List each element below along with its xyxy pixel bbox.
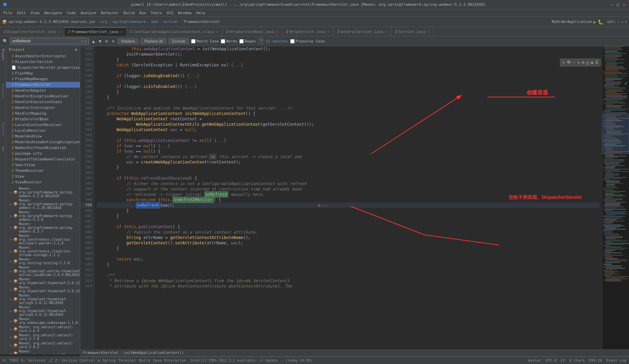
git-check[interactable]: ✓ bbox=[618, 20, 620, 24]
regex-checkbox[interactable] bbox=[239, 39, 244, 43]
menu-help[interactable]: Help bbox=[194, 10, 207, 16]
status-idea-update[interactable]: IntelliJ IDEA 2022.3.2 available: // Upd… bbox=[190, 359, 312, 362]
words-checkbox[interactable] bbox=[221, 39, 225, 43]
sidebar-item-handlerexecutionchain[interactable]: J HandlerExecutionChain bbox=[6, 99, 80, 105]
path-springframework[interactable]: springframework bbox=[113, 20, 146, 24]
maven-spring-webmvc-5220[interactable]: ▶ 📦 Maven: org.springframework:spring-we… bbox=[6, 198, 80, 210]
breadcrumb-method[interactable]: initWebApplicationContext() bbox=[124, 351, 184, 355]
ime-up-icon[interactable]: ↑ bbox=[577, 60, 580, 65]
search-close-button[interactable]: × bbox=[111, 38, 116, 44]
menu-run[interactable]: Run bbox=[137, 10, 148, 16]
maximize-button[interactable]: □ bbox=[616, 2, 620, 7]
sidebar-item-httpservletbean[interactable]: J HttpServletBean bbox=[6, 116, 80, 122]
menu-edit[interactable]: Edit bbox=[15, 10, 28, 16]
maven-thymeleaf-extras[interactable]: ▶ 📦 Maven: org.thymeleaf.extras:thymelea… bbox=[6, 265, 80, 277]
sidebar-item-handleradapter[interactable]: J HandlerAdapter bbox=[6, 88, 80, 93]
maven-unbescape[interactable]: ▶ 📦 Maven: org.unbescape:unbescape:1.1.6… bbox=[6, 317, 80, 325]
menu-file[interactable]: File bbox=[1, 10, 14, 16]
status-line[interactable]: 599:26 bbox=[589, 358, 602, 363]
maven-synchronoss-nio-stream[interactable]: ▶ 📦 Maven: org.synchronoss.cloud:nio-str… bbox=[6, 245, 80, 257]
maven-spring-webmvc-537[interactable]: ▶ 📦 Maven: org.springframework:spring-we… bbox=[6, 222, 80, 234]
menu-code[interactable]: Code bbox=[65, 10, 78, 16]
sidebar-item-themeresolver[interactable]: J ThemeResolver bbox=[6, 168, 80, 174]
menu-window[interactable]: Window bbox=[176, 10, 193, 16]
search-filter-button[interactable]: ⊞ bbox=[104, 39, 109, 43]
search-clear-button[interactable]: × bbox=[81, 39, 83, 43]
path-servlet[interactable]: servlet bbox=[163, 20, 178, 24]
sidebar-item-localeresolver[interactable]: J LocaleResolver bbox=[6, 128, 80, 133]
menu-tools[interactable]: Tools bbox=[149, 10, 164, 16]
sidebar-item-frameworkservlet[interactable]: J FrameworkServlet bbox=[6, 82, 80, 88]
maven-xmlunit-264[interactable]: ▶ 📦 Maven: org.xmlunit:xmlunit-core:2.6.… bbox=[6, 325, 80, 333]
maven-thymeleaf-spring5-3011[interactable]: ▶ 📦 Maven: org.thymeleaf:thymeleaf-sprin… bbox=[6, 293, 80, 305]
maven-testing[interactable]: ▶ 📦 Maven: org.testing:testing:7.3.0 bbox=[6, 257, 80, 265]
ime-keyboard-icon[interactable]: ⌨ bbox=[582, 60, 584, 65]
menu-navigate[interactable]: Navigate bbox=[42, 10, 64, 16]
breadcrumb-file[interactable]: FrameworkServlet bbox=[83, 351, 119, 355]
status-encoding[interactable]: UTF-8 bbox=[545, 358, 557, 363]
status-build[interactable]: Build bbox=[139, 358, 150, 363]
status-spring[interactable]: ⚙ Spring bbox=[98, 358, 116, 363]
sidebar-item-handlerexceptionresolver[interactable]: J HandlerExceptionResolver bbox=[6, 93, 80, 99]
maven-thymeleaf-spring5-3012[interactable]: ▶ 📦 Maven: org.thymeleaf:thymeleaf-sprin… bbox=[6, 305, 80, 317]
ime-dot[interactable]: · bbox=[573, 60, 575, 65]
preserve-case-check[interactable]: Preserve Case bbox=[290, 39, 325, 43]
preserve-case-checkbox[interactable] bbox=[290, 39, 295, 43]
regex-check[interactable]: Regex bbox=[239, 39, 256, 43]
ime-box-icon[interactable]: □ bbox=[587, 60, 589, 65]
sidebar-item-dispatcherservlet[interactable]: J DispatcherServlet bbox=[6, 59, 80, 65]
search-help-button[interactable]: ? bbox=[258, 38, 264, 44]
sidebar-item-dispatcherservletprops[interactable]: 📄 DispatcherServlet.properties bbox=[6, 65, 80, 70]
maven-thymeleaf-3011[interactable]: ▶ 📦 Maven: org.thymeleaf:thymeleaf:3.0.1… bbox=[6, 277, 80, 285]
sidebar-item-nohandlerfound[interactable]: J NoHandlerFoundException bbox=[6, 145, 80, 151]
sidebar-item-viewresolver[interactable]: J ViewResolver bbox=[6, 179, 80, 185]
status-terminal[interactable]: Terminal bbox=[118, 358, 136, 363]
tab-close-framework[interactable]: × bbox=[120, 30, 123, 34]
sidebar-item-smartview[interactable]: J SmartView bbox=[6, 162, 80, 168]
status-java-enterprise[interactable]: Java Enterprise bbox=[153, 358, 186, 363]
minimap[interactable]: ✓ bbox=[602, 46, 629, 354]
tab-close-httpservlet[interactable]: × bbox=[327, 30, 330, 34]
code-content[interactable]: this.webApplicationContext = initWebAppl… bbox=[94, 46, 602, 354]
maven-spring-webmvc-528[interactable]: ▶ 📦 Maven: org.springframework:spring-we… bbox=[6, 186, 80, 198]
status-todo[interactable]: 6: TODO bbox=[3, 358, 18, 363]
debug-button[interactable]: 🐛 bbox=[598, 19, 603, 25]
tab-close-genericservlet[interactable]: × bbox=[384, 30, 388, 34]
menu-analyze[interactable]: Analyze bbox=[79, 10, 98, 16]
replace-all-button[interactable]: Replace all bbox=[141, 38, 166, 44]
project-icon[interactable]: Project bbox=[1, 48, 4, 62]
tab-servlet[interactable]: J Servlet.java × bbox=[391, 27, 433, 36]
run-button[interactable]: ▶ bbox=[593, 19, 596, 25]
maven-spring-webmvc-536[interactable]: ▶ 📦 Maven: org.springframework:spring-we… bbox=[6, 210, 80, 222]
search-input[interactable] bbox=[12, 39, 80, 43]
maven-xmlunit-270[interactable]: ▶ 📦 Maven: org.xmlunit:xmlunit-core:2.7.… bbox=[6, 333, 80, 341]
replace-button[interactable]: Replace bbox=[118, 38, 139, 44]
status-services[interactable]: 9: Services bbox=[21, 358, 46, 363]
tab-httpservletbean[interactable]: J HttpServletBean.java × bbox=[222, 27, 282, 36]
sidebar-item-localecontextresolver[interactable]: J LocaleContextResolver bbox=[6, 122, 80, 128]
path-frameworkservlet[interactable]: FrameworkServlet bbox=[184, 20, 219, 24]
tab-configurableappcontext[interactable]: C ConfigurableApplicationContext.class × bbox=[127, 27, 222, 36]
tab-frameworkservlet[interactable]: J FrameworkServlet.java × bbox=[64, 27, 127, 36]
tab-httpservlet[interactable]: J HttpServlet.java × bbox=[282, 27, 334, 36]
maven-yaml-123[interactable]: ▶ 📦 Maven: org.yaml:snakeyaml:1.23 bbox=[6, 349, 80, 354]
ime-mode[interactable]: 中 bbox=[567, 60, 571, 65]
status-chars[interactable]: 9 chars bbox=[569, 358, 585, 363]
tab-close-servlet[interactable]: × bbox=[427, 30, 430, 34]
code-editor[interactable]: 526 531 532 533 537 538 545 546 549 550 … bbox=[80, 46, 629, 354]
sidebar-settings-icon[interactable]: ⚙ bbox=[75, 48, 77, 52]
sidebar-item-asynchandler[interactable]: J AsyncHandlerInterceptor bbox=[6, 53, 80, 59]
path-web[interactable]: web bbox=[151, 20, 158, 24]
search-settings-button[interactable]: ⚙ bbox=[85, 39, 87, 43]
minimap-viewport[interactable] bbox=[602, 114, 629, 154]
git-arrow[interactable]: ↓ bbox=[621, 20, 624, 24]
status-git-branch[interactable]: master bbox=[528, 358, 541, 363]
sidebar-item-handlerinterceptor[interactable]: J HandlerInterceptor bbox=[6, 105, 80, 111]
search-prev-button[interactable]: ▲ bbox=[91, 39, 96, 44]
match-case-check[interactable]: Match Case bbox=[191, 39, 219, 43]
menu-vcs[interactable]: VCS bbox=[164, 10, 175, 16]
match-case-checkbox[interactable] bbox=[191, 39, 196, 43]
menu-view[interactable]: View bbox=[29, 10, 42, 16]
sidebar-item-flashmapmanager[interactable]: J FlashMapManager bbox=[6, 76, 80, 82]
tab-close-httpservletbean[interactable]: × bbox=[275, 30, 279, 34]
